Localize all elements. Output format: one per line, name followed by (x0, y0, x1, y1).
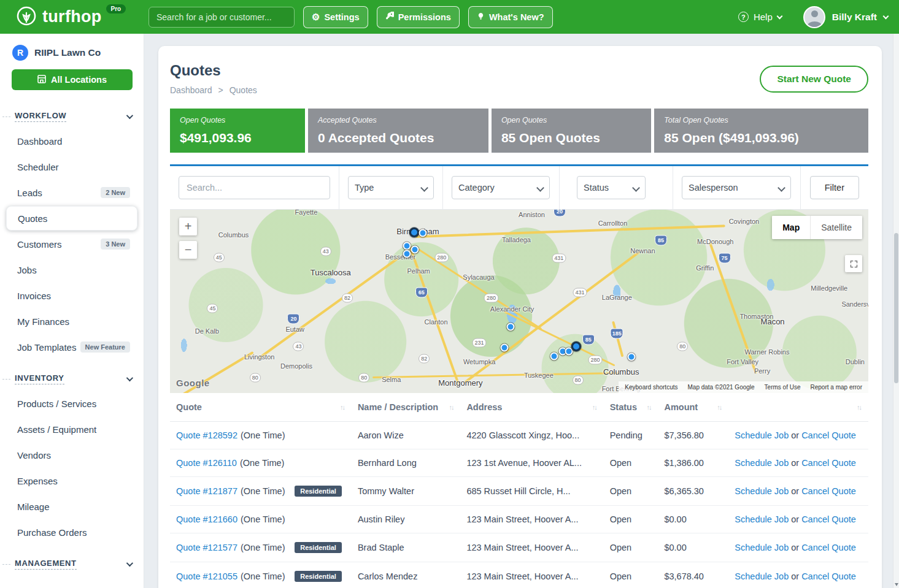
settings-button[interactable]: ⚙ Settings (303, 6, 368, 28)
google-logo[interactable]: Google (176, 378, 210, 388)
road-shield: 80 (573, 376, 584, 385)
sidebar-item[interactable]: Assets / Equipment (0, 416, 144, 442)
chevron-down-icon (126, 112, 133, 119)
permissions-button[interactable]: Permissions (377, 6, 460, 28)
map-marker[interactable] (571, 342, 581, 351)
zoom-in-button[interactable] (179, 218, 197, 235)
quote-link[interactable]: Quote #126110 (176, 458, 237, 468)
shield-number: 280 (591, 357, 600, 362)
sidebar-item[interactable]: Leads 2 New (0, 180, 144, 205)
shield-number: 43 (323, 248, 329, 254)
filter-button[interactable]: Filter (810, 176, 859, 199)
start-new-quote-button[interactable]: Start New Quote (760, 66, 868, 93)
quote-link[interactable]: Quote #121055 (176, 571, 237, 581)
vertical-scrollbar[interactable] (893, 34, 899, 588)
map-marker[interactable] (411, 245, 419, 253)
help-menu[interactable]: Help (738, 12, 782, 22)
map-marker[interactable] (419, 229, 426, 237)
map-footer-link[interactable]: Terms of Use (765, 384, 801, 391)
fullscreen-button[interactable] (845, 255, 862, 272)
map-marker[interactable] (507, 323, 515, 331)
user-name[interactable]: Billy Kraft (832, 12, 877, 23)
cancel-quote-link[interactable]: Cancel Quote (801, 458, 856, 468)
salesperson-select[interactable]: Salesperson (682, 176, 791, 199)
sidebar-item[interactable]: Jobs (0, 257, 144, 283)
sidebar-item[interactable]: Products / Services (0, 391, 144, 416)
map-marker[interactable] (550, 352, 558, 360)
map-marker[interactable] (403, 242, 411, 250)
map-marker[interactable] (409, 227, 419, 237)
sort-icon[interactable] (340, 403, 345, 411)
sidebar-item[interactable]: My Finances (0, 308, 144, 334)
map-marker[interactable] (403, 250, 411, 258)
sidebar-item[interactable]: Job Templates New Feature (0, 334, 144, 360)
sidebar-item[interactable]: Quotes (6, 206, 137, 231)
sidebar-item[interactable]: Invoices (0, 283, 144, 308)
nav-section-management[interactable]: MANAGEMENT (0, 552, 144, 576)
quote-link[interactable]: Quote #128592 (176, 430, 237, 440)
map-marker[interactable] (501, 344, 509, 352)
map[interactable]: 20 20 65 85 85 185 75 45 (170, 210, 868, 393)
sort-icon[interactable] (646, 403, 652, 411)
cancel-quote-link[interactable]: Cancel Quote (801, 486, 856, 496)
map-place-label: McDonough (697, 238, 733, 245)
user-avatar[interactable] (803, 6, 825, 28)
cancel-quote-link[interactable]: Cancel Quote (801, 430, 856, 440)
user-menu-chevron-icon[interactable] (883, 13, 889, 19)
breadcrumb-dashboard-link[interactable]: Dashboard (170, 85, 212, 95)
sort-icon[interactable] (592, 403, 598, 411)
map-button[interactable]: Map (772, 216, 810, 239)
sort-icon[interactable] (449, 403, 454, 411)
filter-type-segment: Type (339, 166, 443, 209)
map-marker[interactable] (628, 353, 636, 361)
sidebar-item[interactable]: Dashboard (0, 128, 144, 154)
shield-number: 231 (475, 340, 484, 346)
map-footer-link[interactable]: Map data ©2021 Google (687, 384, 754, 391)
column-header: Name / Description (352, 393, 461, 422)
cancel-quote-link[interactable]: Cancel Quote (801, 571, 856, 581)
satellite-button[interactable]: Satellite (810, 216, 862, 239)
quote-link[interactable]: Quote #121660 (176, 514, 237, 524)
customer-name: Carlos Mendez (352, 562, 461, 588)
sidebar-item[interactable]: Purchase Orders (0, 519, 144, 545)
quote-link[interactable]: Quote #121877 (176, 486, 237, 496)
table-row: Quote #128592 (One Time) Aaron Wize 4220… (170, 422, 868, 449)
quote-amount: $0.00 (658, 533, 728, 562)
map-footer-link[interactable]: Report a map error (811, 384, 862, 391)
sort-icon[interactable] (717, 403, 722, 411)
status-select[interactable]: Status (577, 176, 646, 199)
lightbulb-icon (477, 12, 485, 22)
scrollbar-down-arrow-icon[interactable] (895, 583, 898, 586)
category-select[interactable]: Category (452, 176, 550, 199)
shield-number: 431 (575, 290, 584, 296)
schedule-job-link[interactable]: Schedule Job (735, 543, 789, 552)
nav-section-workflow[interactable]: WORKFLOW (0, 105, 144, 128)
company-row[interactable]: R RIIPL Lawn Co (0, 45, 144, 61)
all-locations-button[interactable]: All Locations (12, 69, 133, 90)
sidebar-item[interactable]: Mileage (0, 494, 144, 519)
nav-section-reports[interactable]: REPORTS (0, 583, 144, 588)
scrollbar-thumb[interactable] (894, 233, 898, 383)
whats-new-button[interactable]: What's New? (468, 6, 553, 28)
type-select[interactable]: Type (348, 176, 434, 199)
cancel-quote-link[interactable]: Cancel Quote (801, 514, 856, 524)
stats-row: Open Quotes $491,093.96 Accepted Quotes … (170, 109, 868, 153)
sidebar-item[interactable]: Vendors (0, 442, 144, 468)
zoom-out-button[interactable] (179, 241, 197, 259)
schedule-job-link[interactable]: Schedule Job (735, 514, 789, 524)
nav-section-inventory[interactable]: INVENTORY (0, 367, 144, 391)
schedule-job-link[interactable]: Schedule Job (735, 458, 789, 468)
cancel-quote-link[interactable]: Cancel Quote (801, 543, 856, 552)
schedule-job-link[interactable]: Schedule Job (735, 486, 789, 496)
sidebar-item[interactable]: Customers 3 New (0, 231, 144, 257)
turfhop-logo[interactable]: turfhop Pro (16, 6, 149, 29)
topbar-search-input[interactable] (149, 7, 295, 28)
sidebar-item[interactable]: Expenses (0, 468, 144, 494)
quotes-search-input[interactable] (179, 176, 330, 199)
sidebar-item[interactable]: Scheduler (0, 154, 144, 180)
schedule-job-link[interactable]: Schedule Job (735, 571, 789, 581)
sort-icon[interactable] (857, 403, 862, 411)
map-footer-link[interactable]: Keyboard shortcuts (625, 384, 677, 391)
quote-link[interactable]: Quote #121577 (176, 543, 237, 552)
schedule-job-link[interactable]: Schedule Job (735, 430, 789, 440)
